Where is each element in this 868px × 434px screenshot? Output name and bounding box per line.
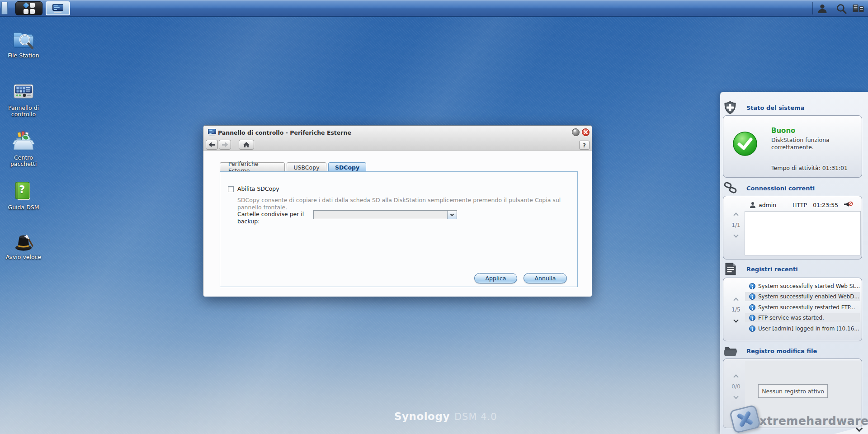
connection-protocol: HTTP [793, 202, 807, 208]
desktop-icon-label: Avvio veloce [3, 254, 44, 260]
enable-sdcopy-checkbox[interactable] [228, 186, 234, 192]
file-log-page-down[interactable] [728, 393, 744, 400]
home-icon [243, 142, 250, 148]
forward-button[interactable] [219, 140, 231, 150]
cancel-button[interactable]: Annulla [524, 273, 567, 283]
sdcopy-panel: Abilita SDCopy SDCopy consente di copiar… [220, 171, 578, 287]
back-icon [208, 142, 215, 147]
log-row[interactable]: System successfully started Web St... [745, 282, 860, 291]
logs-page-up[interactable] [728, 297, 744, 303]
desktop-icon-package-center[interactable]: Centro pacchetti [0, 130, 47, 167]
desktop-icon-quick-start[interactable]: Avvio veloce [0, 230, 47, 260]
tab-sdcopy[interactable]: SDCopy [328, 162, 366, 172]
connections-pager-label: 1/1 [728, 222, 744, 228]
pin-button[interactable] [572, 128, 580, 136]
main-menu-button[interactable] [15, 1, 42, 15]
taskbar-window-button-control-panel[interactable] [46, 1, 70, 15]
file-log-page-up[interactable] [728, 374, 744, 380]
info-icon [749, 315, 755, 321]
home-button[interactable] [239, 140, 254, 150]
tab-usbcopy[interactable]: USBCopy [287, 162, 326, 172]
close-button[interactable] [582, 128, 590, 136]
log-text: System successfully restarted FTP... [758, 304, 855, 311]
connections-list [745, 211, 861, 255]
desktop-icon-dsm-help[interactable]: ? Guida DSM [0, 180, 47, 211]
dialog-title-bar[interactable]: Pannello di controllo - Periferiche Este… [203, 126, 592, 151]
tab-bar: Periferiche Esterne USBCopy SDCopy [220, 162, 368, 172]
dialog-content: Periferiche Esterne USBCopy SDCopy Abili… [203, 151, 592, 297]
search-button[interactable] [835, 3, 848, 14]
kick-connection-icon[interactable] [843, 201, 853, 209]
file-station-icon [12, 28, 35, 51]
pilot-view-button[interactable] [852, 3, 864, 14]
shield-icon [724, 101, 736, 114]
logs-pager-label: 1/5 [728, 307, 744, 313]
panel-collapse-button[interactable] [857, 425, 862, 432]
file-change-log-card: Nessun registro attivo 0/0 [723, 359, 862, 428]
connection-user: admin [759, 202, 776, 208]
widget-panel: Stato del sistema Buono DiskStation funz… [720, 92, 868, 434]
desktop-icon-control-panel[interactable]: Pannello di controllo [0, 80, 47, 118]
back-button[interactable] [206, 140, 218, 150]
help-button[interactable]: ? [579, 141, 590, 150]
file-log-pager-label: 0/0 [728, 383, 744, 390]
show-desktop-button[interactable] [1, 2, 8, 14]
info-icon [749, 293, 755, 300]
enable-sdcopy-label: Abilita SDCopy [237, 185, 279, 192]
user-menu-button[interactable] [816, 3, 829, 14]
widget-title: Registro modifica file [746, 348, 817, 354]
backup-folder-dropdown[interactable] [313, 210, 457, 219]
taskbar-divider [812, 2, 813, 14]
close-icon [584, 130, 588, 134]
logs-page-down[interactable] [728, 317, 744, 323]
desktop-icon-label: Centro pacchetti [3, 155, 44, 167]
desktop-icon-label: Pannello di controllo [3, 105, 44, 118]
link-icon [724, 182, 737, 194]
log-row[interactable]: System successfully restarted FTP... [745, 303, 860, 312]
sdcopy-description: SDCopy consente di copiare i dati dalla … [237, 197, 572, 212]
log-text: System successfully started Web St... [758, 283, 860, 289]
pilot-view-icon [852, 3, 864, 14]
status-value: Buono [771, 127, 795, 135]
info-icon [749, 304, 755, 311]
connections-header: Connessioni correnti [724, 182, 815, 194]
chevron-down-icon [856, 425, 863, 432]
brand-text: Synology [394, 410, 450, 422]
connections-page-up[interactable] [728, 212, 744, 218]
control-panel-window-icon [52, 4, 63, 13]
status-description: DiskStation funziona correttamente. [771, 137, 841, 151]
chevron-up-icon [733, 212, 738, 217]
info-icon [749, 283, 755, 289]
log-row[interactable]: System successfully enabled WebD... [745, 292, 860, 301]
dialog-title: Pannello di controllo - Periferiche Este… [218, 129, 351, 136]
desktop-icon-file-station[interactable]: File Station [0, 28, 47, 59]
chevron-down-icon [733, 317, 738, 322]
desktop-icon-label: File Station [3, 52, 44, 59]
backup-folder-label: Cartelle condivise per il backup: [237, 211, 314, 225]
chevron-down-icon [733, 232, 738, 237]
log-row[interactable]: FTP service was started. [745, 313, 860, 322]
recent-logs-header: Registri recenti [725, 262, 798, 276]
log-text: System successfully enabled WebD... [758, 293, 859, 300]
search-icon [836, 3, 847, 14]
chevron-down-icon [733, 394, 738, 399]
widget-title: Connessioni correnti [746, 185, 815, 192]
forward-icon [222, 142, 228, 147]
version-text: DSM 4.0 [454, 411, 497, 422]
control-panel-icon [12, 80, 35, 103]
log-document-icon [725, 262, 736, 276]
apply-button[interactable]: Applica [474, 273, 517, 283]
recent-logs-card: System successfully started Web St... Sy… [723, 278, 862, 341]
dropdown-arrow-button[interactable] [447, 211, 457, 219]
log-row[interactable]: User [admin] logged in from [10.16... [745, 324, 860, 333]
no-active-log-message: Nessun registro attivo [758, 384, 828, 398]
status-ok-icon [732, 131, 758, 156]
status-uptime: Tempo di attività: 01:31:01 [771, 165, 848, 171]
main-menu-icon [24, 3, 35, 14]
dialog-title-icon [208, 129, 216, 136]
package-center-icon [12, 130, 35, 153]
connection-row[interactable]: admin HTTP 01:23:55 [746, 200, 859, 210]
tab-periferiche-esterne[interactable]: Periferiche Esterne [220, 162, 285, 172]
connections-page-down[interactable] [728, 232, 744, 238]
chevron-down-icon [450, 212, 454, 216]
